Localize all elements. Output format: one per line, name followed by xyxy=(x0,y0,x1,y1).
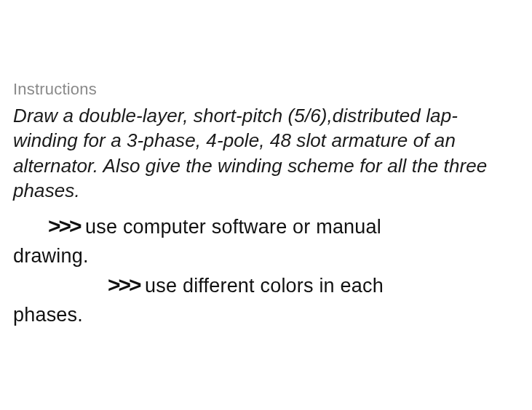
note-2-line-1: >>> use different colors in each xyxy=(13,270,519,300)
note-1-line-1: >>> use computer software or manual xyxy=(13,212,519,241)
problem-statement: Draw a double-layer, short-pitch (5/6),d… xyxy=(13,103,519,203)
note-2-line-2: phases. xyxy=(13,302,519,328)
note-1-text-b: drawing. xyxy=(13,245,89,267)
note-1-line-2: drawing. xyxy=(13,243,519,269)
instructions-label: Instructions xyxy=(13,80,519,99)
arrow-icon: >>> xyxy=(108,270,140,300)
note-2-text-a: use different colors in each xyxy=(145,275,384,297)
note-1-text-a: use computer software or manual xyxy=(85,216,381,238)
arrow-icon: >>> xyxy=(48,212,80,241)
note-2-text-b: phases. xyxy=(13,304,83,326)
